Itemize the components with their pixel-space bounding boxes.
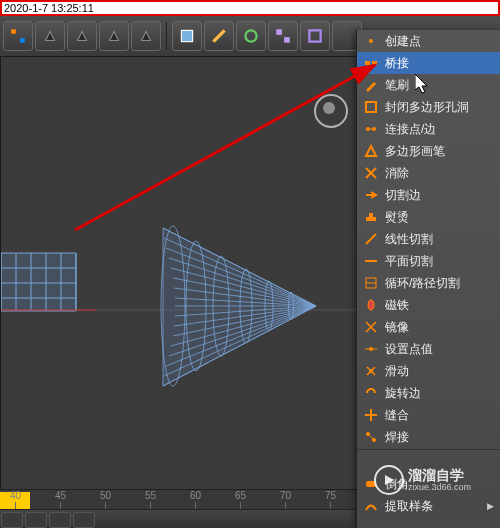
timeline-tick: 45 xyxy=(55,490,66,510)
menu-item[interactable]: 消除 xyxy=(357,162,500,184)
menu-item-icon xyxy=(363,407,379,423)
toolbar-button[interactable] xyxy=(35,21,65,51)
bottom-button[interactable] xyxy=(1,512,23,528)
menu-item[interactable]: 连接点/边 xyxy=(357,118,500,140)
menu-item-icon xyxy=(363,275,379,291)
menu-item-icon xyxy=(363,99,379,115)
menu-item-icon xyxy=(363,77,379,93)
timestamp-text: 2020-1-7 13:25:11 xyxy=(4,2,94,14)
menu-item[interactable]: 封闭多边形孔洞 xyxy=(357,96,500,118)
timeline-tick: 70 xyxy=(280,490,291,510)
svg-marker-4 xyxy=(110,32,119,41)
menu-item[interactable]: 切割边 xyxy=(357,184,500,206)
menu-item-label: 熨烫 xyxy=(385,209,409,226)
svg-rect-10 xyxy=(309,30,320,41)
3d-viewport[interactable] xyxy=(0,56,357,490)
menu-item[interactable]: 线性切割 xyxy=(357,228,500,250)
menu-item[interactable]: 旋转边 xyxy=(357,382,500,404)
svg-rect-51 xyxy=(366,102,376,112)
menu-item[interactable]: 提取样条▶ xyxy=(357,495,500,517)
menu-item[interactable]: 平面切割 xyxy=(357,250,500,272)
svg-rect-8 xyxy=(276,29,282,35)
context-menu: 创建点桥接笔刷封闭多边形孔洞连接点/边多边形画笔消除切割边熨烫线性切割平面切割循… xyxy=(356,30,500,528)
timeline-tick: 60 xyxy=(190,490,201,510)
svg-rect-58 xyxy=(366,217,376,221)
menu-item[interactable]: 笔刷 xyxy=(357,74,500,96)
svg-rect-6 xyxy=(181,30,192,41)
menu-item-label: 焊接 xyxy=(385,429,409,446)
menu-item-label: 连接点/边 xyxy=(385,121,436,138)
menu-item-label: 创建点 xyxy=(385,33,421,50)
bottom-button[interactable] xyxy=(49,512,71,528)
timeline-tick: 75 xyxy=(325,490,336,510)
toolbar-button[interactable] xyxy=(99,21,129,51)
array-tool[interactable] xyxy=(268,21,298,51)
bottom-button[interactable] xyxy=(25,512,47,528)
menu-item-icon xyxy=(363,385,379,401)
watermark-brand: 溜溜自学 xyxy=(408,468,471,482)
menu-item[interactable]: 镜像 xyxy=(357,316,500,338)
menu-item[interactable]: 熨烫 xyxy=(357,206,500,228)
cube-tool[interactable] xyxy=(172,21,202,51)
menu-item[interactable]: 循环/路径切割 xyxy=(357,272,500,294)
svg-marker-55 xyxy=(366,146,376,156)
pen-tool[interactable] xyxy=(204,21,234,51)
timeline[interactable]: 4045505560657075 xyxy=(0,489,355,510)
menu-item-label: 磁铁 xyxy=(385,297,409,314)
timeline-tick: 65 xyxy=(235,490,246,510)
menu-item-icon xyxy=(363,143,379,159)
play-icon xyxy=(374,465,404,495)
svg-marker-73 xyxy=(385,475,394,485)
deformer-tool[interactable] xyxy=(300,21,330,51)
svg-point-66 xyxy=(369,369,373,373)
menu-item-label: 封闭多边形孔洞 xyxy=(385,99,469,116)
menu-item-icon xyxy=(363,121,379,137)
menu-item-label: 滑动 xyxy=(385,363,409,380)
svg-rect-0 xyxy=(11,29,16,34)
svg-point-48 xyxy=(369,39,373,43)
menu-item-icon xyxy=(363,231,379,247)
toolbar-divider xyxy=(166,22,167,50)
menu-item-label: 桥接 xyxy=(385,55,409,72)
toolbar-button[interactable] xyxy=(67,21,97,51)
menu-item[interactable]: 创建点 xyxy=(357,30,500,52)
svg-rect-9 xyxy=(284,37,290,43)
menu-item-label: 切割边 xyxy=(385,187,421,204)
svg-marker-3 xyxy=(78,32,87,41)
bottom-button[interactable] xyxy=(73,512,95,528)
menu-item-label: 平面切割 xyxy=(385,253,433,270)
menu-item-label: 线性切割 xyxy=(385,231,433,248)
menu-item-icon xyxy=(363,33,379,49)
menu-item-label: 设置点值 xyxy=(385,341,433,358)
svg-rect-1 xyxy=(20,38,25,43)
menu-item-label: 消除 xyxy=(385,165,409,182)
menu-item[interactable]: 缝合 xyxy=(357,404,500,426)
menu-item-icon xyxy=(363,363,379,379)
submenu-arrow-icon: ▶ xyxy=(487,501,494,511)
watermark: 溜溜自学 zixue.3d66.com xyxy=(374,466,494,494)
menu-item-label: 笔刷 xyxy=(385,77,409,94)
svg-rect-49 xyxy=(365,61,370,65)
timeline-tick: 50 xyxy=(100,490,111,510)
menu-item-icon xyxy=(363,429,379,445)
menu-item[interactable]: 滑动 xyxy=(357,360,500,382)
menu-item-label: 提取样条 xyxy=(385,498,433,515)
menu-item-icon xyxy=(363,187,379,203)
menu-item[interactable]: 设置点值 xyxy=(357,338,500,360)
timeline-tick: 40 xyxy=(10,490,21,510)
menu-item[interactable]: 桥接 xyxy=(357,52,500,74)
menu-item-label: 循环/路径切割 xyxy=(385,275,460,292)
svg-marker-12 xyxy=(1,253,76,311)
svg-rect-61 xyxy=(365,260,377,262)
toolbar-button[interactable] xyxy=(131,21,161,51)
nurbs-tool[interactable] xyxy=(236,21,266,51)
menu-item[interactable]: 焊接 xyxy=(357,426,500,448)
toolbar-button[interactable] xyxy=(3,21,33,51)
menu-item[interactable]: 多边形画笔 xyxy=(357,140,500,162)
menu-item[interactable]: 磁铁 xyxy=(357,294,500,316)
timeline-tick: 55 xyxy=(145,490,156,510)
menu-item-label: 缝合 xyxy=(385,407,409,424)
menu-item-icon xyxy=(363,55,379,71)
bottom-toolbar xyxy=(0,509,355,528)
svg-rect-50 xyxy=(372,61,377,65)
